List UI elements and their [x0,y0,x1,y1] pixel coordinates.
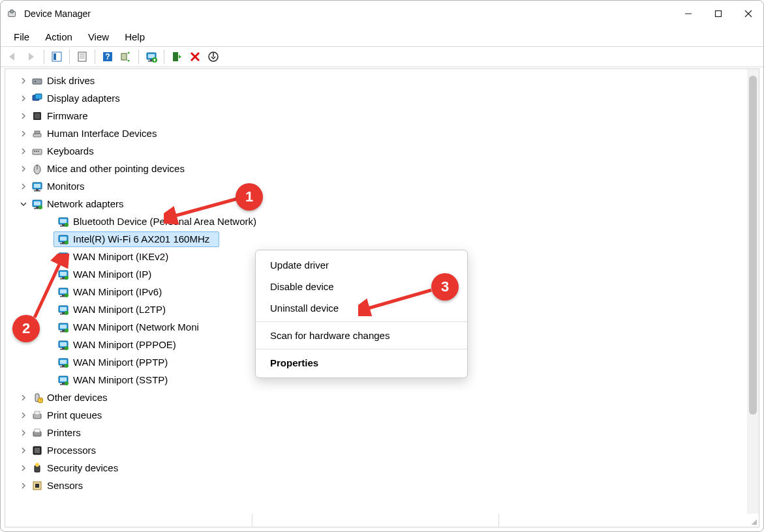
other-icon [31,392,43,404]
tree-item-label: Keyboards [47,145,99,156]
tree-item[interactable]: Monitors [5,177,759,195]
tree-item-label: WAN Miniport (IKEv2) [73,251,174,262]
uninstall-device-button[interactable] [187,48,204,65]
update-driver-button[interactable] [143,48,160,65]
chevron-right-icon[interactable] [18,111,29,121]
printq-icon [31,409,43,421]
disable-device-button[interactable] [205,48,222,65]
scrollbar-thumb[interactable] [749,76,757,415]
chevron-right-icon[interactable] [18,181,29,192]
tree-item[interactable]: Mice and other pointing devices [5,160,759,177]
chevron-right-icon[interactable] [18,128,29,139]
tree-item-label: Firmware [47,110,93,121]
chevron-right-icon[interactable] [18,146,29,156]
net-icon [57,374,69,386]
app-icon [7,8,18,19]
svg-rect-44 [78,52,86,61]
ctx-properties[interactable]: Properties [256,352,467,374]
help-button[interactable]: ? [99,48,116,65]
enable-device-button[interactable] [168,48,185,65]
menu-action[interactable]: Action [37,29,80,45]
chevron-right-icon[interactable] [18,428,29,438]
tree-item[interactable]: Other devices [5,389,759,406]
annotation-bubble-2: 2 [12,315,40,342]
chevron-right-icon[interactable] [18,445,29,456]
tree-item[interactable]: Security devices [5,459,759,477]
display-icon [31,93,43,104]
titlebar: Device Manager [1,1,763,27]
vertical-scrollbar[interactable] [747,69,759,514]
annotation-bubble-1: 1 [236,183,263,211]
svg-rect-50 [121,53,127,60]
chevron-right-icon[interactable] [18,76,29,86]
statusbar [5,514,759,527]
tree-item-label: WAN Miniport (IP) [73,269,157,280]
tree-item[interactable]: Processors [5,441,759,459]
net-icon [57,357,69,368]
resize-grip[interactable] [746,514,759,527]
minimize-button[interactable] [673,1,703,27]
tree-item[interactable]: Bluetooth Device (Personal Area Network) [5,213,759,230]
svg-text:?: ? [105,52,110,61]
chevron-right-icon[interactable] [18,164,29,174]
tree-item[interactable]: Print queues [5,406,759,424]
tree-item-label: WAN Miniport (PPPOE) [73,339,181,350]
sensor-icon [31,480,43,492]
tree-item-label: Monitors [47,181,90,192]
ctx-sep [256,349,467,349]
tree-item[interactable]: Keyboards [5,142,759,160]
tree-item-label: Other devices [47,392,113,403]
menu-file[interactable]: File [6,29,37,45]
scan-hardware-button[interactable] [117,48,134,65]
tree-item[interactable]: Human Interface Devices [5,125,759,142]
ctx-uninstall-device[interactable]: Uninstall device [256,297,467,319]
monitor-icon [31,181,43,192]
toolbar-sep [44,50,44,64]
menubar: File Action View Help [1,27,763,46]
security-icon [31,462,43,474]
ctx-update-driver[interactable]: Update driver [256,254,467,276]
tree-item[interactable]: Sensors [5,477,759,494]
tree-item[interactable]: Display adapters [5,89,759,107]
tree-item-label: WAN Miniport (SSTP) [73,374,173,385]
net-icon [57,286,69,298]
net-icon [57,251,69,263]
menu-help[interactable]: Help [117,29,153,45]
ctx-scan-hardware[interactable]: Scan for hardware changes [256,325,467,346]
net-icon [31,198,43,210]
mouse-icon [31,163,43,175]
tree-item-label: Printers [47,427,86,438]
chevron-right-icon[interactable] [18,93,29,104]
tree-item[interactable]: Intel(R) Wi-Fi 6 AX201 160MHz [5,230,759,248]
chevron-right-icon[interactable] [18,463,29,473]
keyboard-icon [31,145,43,157]
annotation-bubble-3: 3 [431,273,459,301]
menu-view[interactable]: View [80,29,117,45]
maximize-button[interactable] [703,1,733,27]
close-button[interactable] [733,1,763,27]
tree-item-label: Processors [47,445,101,456]
hid-icon [31,128,43,140]
toolbar-sep [138,50,139,64]
window-controls [673,1,763,27]
chevron-right-icon[interactable] [18,410,29,421]
net-icon [57,304,69,316]
toolbar-sep [69,50,70,64]
forward-button[interactable] [23,48,40,65]
window-title: Device Manager [24,8,673,19]
tree-item-label: Sensors [47,480,88,491]
properties-button[interactable] [74,48,91,65]
svg-rect-52 [173,52,178,61]
chevron-right-icon[interactable] [18,392,29,403]
context-menu: Update driver Disable device Uninstall d… [255,250,468,378]
tree-item[interactable]: Disk drives [5,72,759,89]
chevron-down-icon[interactable] [18,199,29,209]
back-button[interactable] [5,48,22,65]
tree-item[interactable]: Firmware [5,107,759,125]
chevron-right-icon[interactable] [18,480,29,491]
tree-item[interactable]: Printers [5,424,759,441]
show-hide-tree-button[interactable] [48,48,65,65]
tree-item[interactable]: Network adapters [5,195,759,213]
tree-item-label: Bluetooth Device (Personal Area Network) [73,216,262,227]
firmware-icon [31,110,43,122]
